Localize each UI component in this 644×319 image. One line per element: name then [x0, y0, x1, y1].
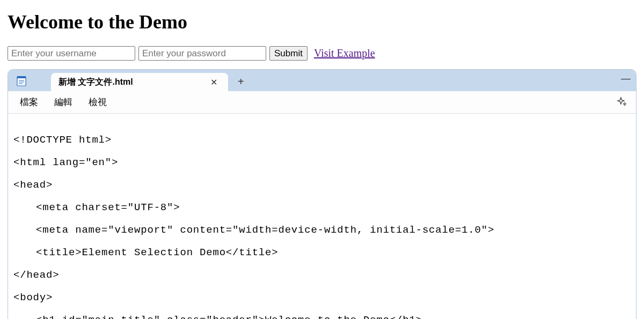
menu-edit[interactable]: 編輯: [54, 96, 72, 108]
new-tab-button[interactable]: +: [228, 72, 254, 91]
visit-example-link[interactable]: Visit Example: [314, 47, 375, 60]
submit-button[interactable]: Submit: [269, 46, 308, 61]
sparkle-icon[interactable]: [617, 97, 627, 110]
code-line: <head>: [13, 180, 632, 191]
code-line: <html lang="en">: [13, 157, 632, 168]
code-line: <title>Element Selection Demo</title>: [13, 247, 632, 258]
menu-file[interactable]: 檔案: [20, 96, 38, 108]
code-line: <!DOCTYPE html>: [13, 135, 632, 146]
window-minimize-icon[interactable]: —: [621, 73, 631, 84]
code-line: <meta name="viewport" content="width=dev…: [13, 225, 632, 236]
menu-view[interactable]: 檢視: [89, 96, 107, 108]
code-line: <h1 id="main-title" class="header">Welco…: [13, 315, 632, 319]
notepad-window: 新增 文字文件.html ✕ + — 檔案 編輯 檢視 <!DOCTYPE ht…: [8, 69, 636, 319]
menubar: 檔案 編輯 檢視: [8, 91, 636, 114]
tab-title: 新增 文字文件.html: [58, 77, 207, 88]
username-input[interactable]: [8, 46, 135, 61]
form-row: Submit Visit Example: [8, 46, 636, 61]
rendered-demo: Welcome to the Demo Submit Visit Example: [0, 0, 644, 64]
notepad-app-icon: [16, 75, 27, 86]
titlebar: 新增 文字文件.html ✕ + —: [8, 70, 636, 91]
code-line: </head>: [13, 270, 632, 281]
svg-rect-1: [17, 76, 26, 78]
code-line: <meta charset="UTF-8">: [13, 202, 632, 213]
code-line: <body>: [13, 292, 632, 303]
page-title: Welcome to the Demo: [8, 11, 636, 33]
editor-tab[interactable]: 新增 文字文件.html ✕: [51, 73, 228, 91]
password-input[interactable]: [138, 46, 266, 61]
close-tab-icon[interactable]: ✕: [207, 76, 221, 88]
code-editor[interactable]: <!DOCTYPE html> <html lang="en"> <head> …: [8, 114, 636, 319]
